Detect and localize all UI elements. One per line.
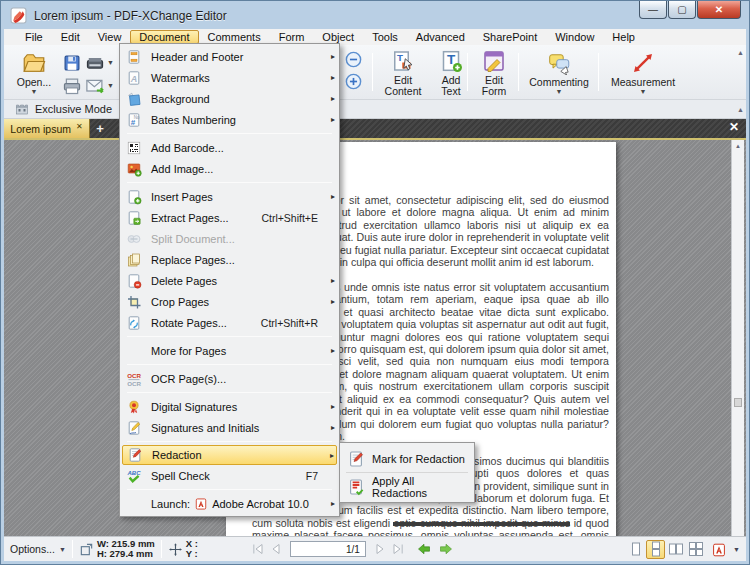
continuous-layout-button[interactable]: [646, 540, 665, 559]
redaction-submenu: Mark for RedactionApply All Redactions: [339, 442, 475, 503]
submenu-arrow-icon: ▸: [326, 402, 335, 411]
menu-item-signatures-and-initials[interactable]: Signatures and Initials▸: [120, 417, 339, 438]
submenu-item-apply-all-redactions[interactable]: Apply All Redactions: [340, 474, 474, 499]
svg-text:T: T: [397, 52, 403, 63]
svg-text:OCR: OCR: [127, 372, 141, 379]
image-icon: [126, 161, 143, 177]
menu-item-replace-pages[interactable]: Replace Pages...: [120, 249, 339, 270]
previous-view-icon[interactable]: [416, 541, 432, 557]
minimize-button[interactable]: —: [639, 1, 667, 19]
menu-item-digital-signatures[interactable]: Digital Signatures▸: [120, 396, 339, 417]
tab-lorem-ipsum[interactable]: Lorem ipsum ✕: [4, 119, 90, 138]
watermarks-icon: A: [126, 70, 143, 86]
menu-item-split-document[interactable]: Split Document...: [120, 228, 339, 249]
exclusive-mode-button[interactable]: Exclusive Mode: [35, 103, 112, 115]
menu-item-rotate-pages[interactable]: Rotate Pages...Ctrl+Shift+R: [120, 312, 339, 333]
split-icon: [126, 231, 143, 247]
menubar-item-edit[interactable]: Edit: [52, 30, 89, 44]
menu-item-label: Signatures and Initials: [151, 422, 259, 434]
menu-item-redaction[interactable]: Redaction▸: [122, 445, 337, 465]
extract-pages-icon: [126, 210, 143, 226]
chevron-down-icon: ▼: [31, 89, 38, 95]
menu-item-background[interactable]: Background▸: [120, 88, 339, 109]
commenting-icon: [547, 51, 571, 75]
app-logo-icon: [10, 7, 27, 24]
menubar-item-advanced[interactable]: Advanced: [407, 30, 474, 44]
menubar-item-help[interactable]: Help: [603, 30, 644, 44]
menubar-item-sharepoint[interactable]: SharePoint: [474, 30, 546, 44]
menu-item-label: More for Pages: [151, 345, 226, 357]
scroll-up-icon[interactable]: ▲: [733, 141, 743, 152]
submenu-arrow-icon: ▸: [326, 94, 335, 103]
next-view-icon[interactable]: [438, 541, 454, 557]
toolbar-overflow-button[interactable]: ▲: [737, 49, 744, 56]
open-button[interactable]: Open... ▼: [10, 48, 58, 97]
menubar-item-object[interactable]: Object: [313, 30, 363, 44]
edit-content-button[interactable]: T Edit Content: [378, 48, 428, 97]
measurement-button[interactable]: Measurement ▼: [602, 48, 684, 97]
save-icon[interactable]: [62, 53, 82, 73]
edit-form-button[interactable]: Edit Form: [472, 48, 516, 97]
menu-item-launch-adobe-acrobat-10-0[interactable]: Launch:Adobe Acrobat 10.0▸: [120, 493, 339, 514]
two-pages-continuous-layout-button[interactable]: [686, 540, 705, 559]
menu-item-add-image[interactable]: Add Image...: [120, 158, 339, 179]
page-number-input[interactable]: 1/1: [290, 541, 366, 557]
submenu-item-mark-for-redaction[interactable]: Mark for Redaction: [340, 446, 474, 471]
menu-item-crop-pages[interactable]: Crop Pages▸: [120, 291, 339, 312]
menubar-item-comments[interactable]: Comments: [199, 30, 270, 44]
chevron-down-icon[interactable]: ▼: [59, 546, 66, 553]
new-tab-button[interactable]: +: [93, 121, 107, 136]
close-button[interactable]: ✕: [697, 1, 741, 19]
statusbar-separator: [161, 540, 162, 558]
previous-page-icon[interactable]: [268, 541, 284, 557]
menu-item-ocr-page-s[interactable]: OCROCROCR Page(s)...: [120, 368, 339, 389]
options-button[interactable]: Options...: [10, 543, 55, 555]
menubar-item-tools[interactable]: Tools: [363, 30, 407, 44]
menubar-item-document[interactable]: Document: [130, 30, 198, 44]
toolbar-overflow-button[interactable]: ▲: [737, 106, 744, 113]
menubar-item-window[interactable]: Window: [546, 30, 603, 44]
two-pages-layout-button[interactable]: [666, 540, 685, 559]
maximize-button[interactable]: ▢: [668, 1, 696, 19]
scan-icon[interactable]: [85, 53, 105, 73]
email-icon[interactable]: [85, 76, 105, 96]
redaction-marked-text: optio cumque nihil impedit quo minus: [393, 517, 570, 529]
no-icon: [126, 343, 143, 359]
menu-item-bates-numbering[interactable]: No#Bates Numbering▸: [120, 109, 339, 130]
menu-item-delete-pages[interactable]: Delete Pages▸: [120, 270, 339, 291]
menu-item-label: Redaction: [152, 449, 202, 461]
bates-icon: No#: [126, 112, 143, 128]
close-document-icon[interactable]: ✕: [729, 120, 739, 134]
menubar-item-view[interactable]: View: [89, 30, 131, 44]
menu-item-header-and-footer[interactable]: Header and Footer▸: [120, 46, 339, 67]
print-icon[interactable]: [62, 76, 82, 96]
menu-item-more-for-pages[interactable]: More for Pages▸: [120, 340, 339, 361]
last-page-icon[interactable]: [390, 541, 406, 557]
menu-item-add-barcode[interactable]: Add Barcode...: [120, 137, 339, 158]
vertical-scrollbar[interactable]: ▲: [731, 140, 744, 536]
menu-separator: [346, 472, 468, 473]
add-text-button[interactable]: T Add Text: [431, 48, 471, 97]
menu-item-insert-pages[interactable]: Insert Pages▸: [120, 186, 339, 207]
next-page-icon[interactable]: [372, 541, 388, 557]
replace-icon: [126, 252, 143, 268]
scrollbar-thumb[interactable]: [734, 398, 742, 407]
menu-shortcut: Ctrl+Shift+R: [261, 317, 318, 329]
chevron-down-icon[interactable]: ▼: [107, 82, 116, 89]
first-page-icon[interactable]: [250, 541, 266, 557]
menu-item-spell-check[interactable]: ABCSpell CheckF7: [120, 465, 339, 486]
menubar-item-file[interactable]: File: [16, 30, 52, 44]
zoom-in-icon[interactable]: [344, 72, 363, 91]
adobe-pdf-button[interactable]: ▼: [711, 542, 740, 557]
chevron-down-icon[interactable]: ▼: [107, 59, 116, 66]
single-page-layout-button[interactable]: [626, 540, 645, 559]
commenting-button[interactable]: Commenting ▼: [522, 48, 596, 97]
menu-item-watermarks[interactable]: AWatermarks▸: [120, 67, 339, 88]
tab-close-icon[interactable]: ✕: [76, 122, 83, 131]
crop-icon: [126, 294, 143, 310]
menubar-item-form[interactable]: Form: [270, 30, 314, 44]
svg-text:ABC: ABC: [127, 470, 142, 476]
menu-item-extract-pages[interactable]: Extract Pages...Ctrl+Shift+E: [120, 207, 339, 228]
menu-item-label: Replace Pages...: [151, 254, 235, 266]
zoom-out-icon[interactable]: [344, 50, 363, 69]
